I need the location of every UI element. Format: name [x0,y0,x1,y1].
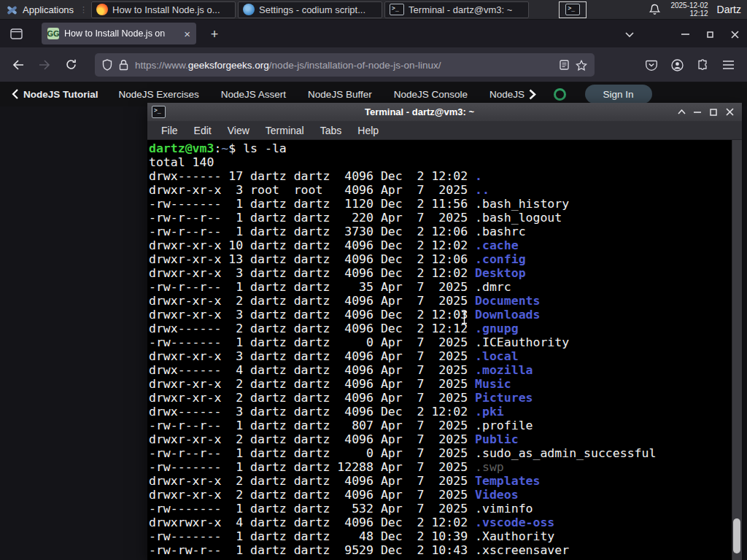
terminal-menu-terminal[interactable]: Terminal [258,125,312,136]
url-text[interactable]: https://www.geeksforgeeks.org/node-js/in… [135,60,553,71]
terminal-close-button[interactable] [721,106,738,119]
gfg-nav-link[interactable]: NodeJS Console [394,89,468,100]
terminal-line: drwxrwxr-x 4 dartz dartz 4096 Dec 2 12:0… [149,516,742,529]
terminal-line: -rw-r--r-- 1 dartz dartz 807 Apr 7 2025 … [149,419,742,432]
terminal-line: -rw-r--r-- 1 dartz dartz 0 Apr 7 2025 .s… [149,446,742,460]
terminal-line: drwxr-xr-x 2 dartz dartz 4096 Apr 7 2025… [149,432,742,446]
terminal-line: drwxr-xr-x 10 dartz dartz 4096 Dec 2 12:… [149,238,742,252]
extensions-icon[interactable] [692,54,713,76]
applications-icon [6,4,18,15]
firefox-icon [96,4,108,15]
bookmark-star-icon[interactable] [576,60,587,71]
terminal-line: drwxr-xr-x 3 dartz dartz 4096 Apr 7 2025… [149,349,742,363]
search-icon[interactable] [554,88,566,101]
terminal-line: -rw-r--r-- 1 dartz dartz 220 Apr 7 2025 … [149,211,742,225]
clock-time: 12:12 [670,9,708,18]
terminal-line: drwx------ 17 dartz dartz 4096 Dec 2 12:… [149,169,742,183]
clock-date: 2025-12-02 [670,1,708,9]
ibeam-mouse-cursor [460,311,468,324]
taskbar-button-label: How to Install Node.js o... [112,4,220,15]
window-close-button[interactable] [725,26,744,43]
terminal-menu-edit[interactable]: Edit [186,125,220,136]
terminal-shade-button[interactable] [673,106,689,119]
terminal-line: -rw-r--r-- 1 dartz dartz 3730 Dec 2 12:0… [149,225,742,238]
taskbar-button[interactable]: Terminal - dartz@vm3: ~ [384,1,529,18]
browser-toolbar: https://www.geeksforgeeks.org/node-js/in… [0,47,747,82]
menu-hamburger-icon[interactable] [717,54,739,76]
account-icon[interactable] [666,54,688,76]
terminal-line: drwx------ 3 dartz dartz 4096 Dec 2 12:0… [149,405,742,419]
terminal-line: drwxr-xr-x 13 dartz dartz 4096 Dec 2 12:… [149,252,742,266]
terminal-line: -rw------- 1 dartz dartz 532 Apr 7 2025 … [149,502,742,516]
vscodium-icon [243,4,255,15]
terminal-menu-tabs[interactable]: Tabs [312,125,350,136]
applications-menu-button[interactable]: Applications [0,0,80,20]
gfg-back-item[interactable]: NodeJS Tutorial [12,89,98,100]
gfg-nav-link[interactable]: NodeJS Buffer [308,89,372,100]
gfg-favicon: GG [47,28,59,39]
terminal-menu-help[interactable]: Help [349,125,387,136]
terminal-line: drwxr-xr-x 3 dartz dartz 4096 Dec 2 12:0… [149,308,742,322]
gfg-nav-link[interactable]: NodeJS Crypto [489,89,527,100]
panel-clock[interactable]: 2025-12-02 12:12 [670,1,708,18]
forward-button[interactable] [34,54,55,76]
terminal-maximize-button[interactable] [705,106,721,119]
terminal-window-icon [152,106,166,118]
terminal-line: drwxr-xr-x 2 dartz dartz 4096 Apr 7 2025… [149,377,742,391]
panel-user-label[interactable]: Dartz [717,4,741,15]
terminal-line: drwx------ 4 dartz dartz 4096 Apr 7 2025… [149,363,742,377]
url-bar[interactable]: https://www.geeksforgeeks.org/node-js/in… [95,53,595,77]
terminal-icon [565,4,580,15]
terminal-scrollbar-track[interactable] [732,140,742,560]
terminal-line: drwxr-xr-x 3 dartz dartz 4096 Dec 2 12:0… [149,266,742,280]
notifications-bell-icon[interactable] [649,4,660,15]
terminal-line: -rw------- 1 dartz dartz 48 Dec 2 10:39 … [149,529,742,543]
window-minimize-button[interactable] [676,26,694,43]
terminal-output[interactable]: dartz@vm3:~$ ls -latotal 140drwx------ 1… [147,140,742,560]
gfg-back-label: NodeJS Tutorial [23,89,98,100]
terminal-window: Terminal - dartz@vm3: ~ FileEditViewTerm… [147,103,742,560]
gfg-nav-link[interactable]: NodeJS Assert [221,89,286,100]
terminal-line: drwxr-xr-x 2 dartz dartz 4096 Apr 7 2025… [149,391,742,405]
terminal-line: -rw-rw-r-- 1 dartz dartz 9529 Dec 2 10:4… [149,543,742,557]
terminal-menubar: FileEditViewTerminalTabsHelp [147,121,742,140]
terminal-scrollbar-thumb[interactable] [733,518,740,553]
taskbar-button-label: Settings - codium script... [259,4,365,15]
nav-scroll-right-chevron-icon[interactable] [529,89,536,100]
terminal-line: -rw------- 1 dartz dartz 12288 Apr 7 202… [149,460,742,474]
terminal-titlebar[interactable]: Terminal - dartz@vm3: ~ [147,103,742,121]
taskbar-button[interactable]: Settings - codium script... [238,1,382,18]
list-all-tabs-chevron-icon[interactable] [620,26,639,43]
terminal-line: drwxr-xr-x 3 root root 4096 Apr 7 2025 .… [149,183,742,197]
new-tab-button[interactable]: + [206,26,223,43]
pocket-icon[interactable] [640,54,662,76]
reader-view-icon[interactable] [560,60,569,70]
sign-in-button[interactable]: Sign In [585,85,652,104]
desktop-panel: Applications ⋮ How to Install Node.js o.… [0,0,747,20]
terminal-prompt-line: dartz@vm3:~$ ls -la [149,141,742,155]
terminal-launcher[interactable] [559,1,587,18]
browser-tab-active[interactable]: GG How to Install Node.js on × [42,23,196,44]
window-restore-button[interactable] [700,26,719,43]
terminal-line: -rw------- 1 dartz dartz 0 Apr 7 2025 .I… [149,335,742,349]
terminal-line: drwxr-xr-x 2 dartz dartz 4096 Apr 7 2025… [149,474,742,488]
reload-button[interactable] [60,54,82,76]
tab-close-icon[interactable]: × [184,28,190,39]
gfg-nav-link[interactable]: NodeJS Exercises [119,89,199,100]
firefox-view-icon[interactable] [6,24,26,43]
terminal-line: drwx------ 2 dartz dartz 4096 Dec 2 12:1… [149,322,742,335]
chevron-left-icon [12,89,18,99]
panel-grip: ⋮ [80,5,88,15]
terminal-icon [390,4,404,15]
shield-icon[interactable] [102,59,112,71]
terminal-menu-file[interactable]: File [153,125,186,136]
browser-tab-bar: GG How to Install Node.js on × + [0,20,747,47]
terminal-minimize-button[interactable] [689,106,705,119]
terminal-title: Terminal - dartz@vm3: ~ [166,106,673,117]
back-button[interactable] [7,54,29,76]
terminal-total-line: total 140 [149,155,742,169]
taskbar-button-label: Terminal - dartz@vm3: ~ [409,4,512,15]
taskbar-button[interactable]: How to Install Node.js o... [91,1,236,18]
terminal-menu-view[interactable]: View [220,125,258,136]
lock-icon[interactable] [119,59,128,71]
